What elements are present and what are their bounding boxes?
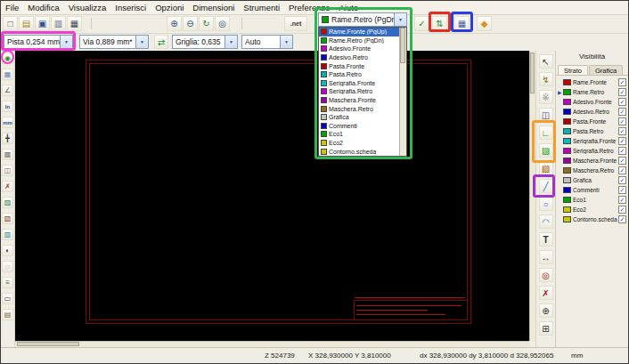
layer-option[interactable]: Serigrafia.Retro xyxy=(319,87,406,96)
layer-option[interactable]: Maschera.Fronte xyxy=(319,96,406,105)
menu-item[interactable]: File xyxy=(1,2,23,13)
zoom-redraw-icon[interactable]: ↻ xyxy=(199,16,214,31)
layer-row[interactable]: ▶ Maschera.Retro ✓ xyxy=(556,166,628,175)
outlines-sketch-icon[interactable]: ▭ xyxy=(2,293,13,304)
show-zones-icon[interactable]: ▨ xyxy=(2,197,13,208)
layer-row[interactable]: ▶ Eco2 ✓ xyxy=(556,205,628,214)
layer-visibility-checkbox[interactable]: ✓ xyxy=(618,137,626,145)
chevron-down-icon[interactable]: ▼ xyxy=(135,36,148,48)
layer-color-swatch[interactable] xyxy=(563,167,571,174)
add-arc-icon[interactable]: ◠ xyxy=(539,214,553,229)
layer-option[interactable]: Adesivo.Retro xyxy=(319,53,406,62)
highlight-net-icon[interactable]: ↯ xyxy=(539,72,553,86)
layer-row[interactable]: ▶ Pasta.Fronte ✓ xyxy=(556,117,628,126)
chevron-down-icon[interactable]: ▼ xyxy=(280,36,292,48)
auto-track-width-icon[interactable]: ⇄ xyxy=(154,35,168,49)
dropdown-scrollbar[interactable] xyxy=(399,28,406,156)
layer-selector[interactable]: Rame.Retro (PgDn) ▼ xyxy=(318,12,407,27)
layer-option[interactable]: Serigrafia.Fronte xyxy=(319,79,406,88)
layer-visibility-checkbox[interactable]: ✓ xyxy=(618,196,626,204)
high-contrast-icon[interactable]: ◐ xyxy=(2,245,13,256)
module-ratsnest-icon[interactable]: ◫ xyxy=(2,165,13,176)
scrollbar-thumb[interactable] xyxy=(17,342,79,346)
add-footprint-icon[interactable]: ◫ xyxy=(539,108,553,122)
zoom-out-icon[interactable]: ⊖ xyxy=(183,16,198,31)
tracks-sketch-icon[interactable]: ≡ xyxy=(2,277,13,288)
pcb-canvas[interactable] xyxy=(15,51,529,341)
layer-visibility-checkbox[interactable]: ✓ xyxy=(618,98,626,106)
layer-color-swatch[interactable] xyxy=(563,158,571,164)
zoom-in-icon[interactable]: ⊕ xyxy=(167,16,182,31)
new-board-icon[interactable]: □ xyxy=(3,16,18,31)
layer-row[interactable]: ▶ Maschera.Fronte ✓ xyxy=(556,156,628,166)
add-text-icon[interactable]: T xyxy=(539,232,553,247)
units-inch-icon[interactable]: In xyxy=(2,101,13,112)
zoom-fit-icon[interactable]: ◎ xyxy=(215,16,230,31)
layer-option[interactable]: Rame.Fronte (PgUp) xyxy=(319,28,406,36)
layer-visibility-checkbox[interactable]: ✓ xyxy=(618,215,626,223)
scrollbar-thumb[interactable] xyxy=(530,53,535,93)
layer-row[interactable]: ▶ Adesivo.Retro ✓ xyxy=(556,107,628,117)
layer-visibility-checkbox[interactable]: ✓ xyxy=(618,176,626,184)
layer-visibility-checkbox[interactable]: ✓ xyxy=(618,157,626,165)
microwave-tools-icon[interactable]: ◆ xyxy=(477,16,492,31)
add-keepout-icon[interactable]: ▧ xyxy=(539,161,553,175)
hide-zones-icon[interactable]: ▧ xyxy=(2,213,13,224)
layer-option[interactable]: Pasta.Fronte xyxy=(319,61,406,70)
layer-visibility-checkbox[interactable]: ✓ xyxy=(618,147,626,155)
layer-option[interactable]: Commenti xyxy=(319,122,406,131)
grid-visibility-icon[interactable]: ▦ xyxy=(2,69,13,80)
layers-manager-toggle-icon[interactable]: ▤ xyxy=(2,309,13,320)
layer-row[interactable]: ▶ Eco1 ✓ xyxy=(556,195,628,205)
layer-visibility-checkbox[interactable]: ✓ xyxy=(618,78,626,86)
canvas-vertical-scrollbar[interactable] xyxy=(529,51,535,341)
layer-color-swatch[interactable] xyxy=(563,109,571,115)
layer-row[interactable]: ▶ Commenti ✓ xyxy=(556,185,628,195)
layer-color-swatch[interactable] xyxy=(563,138,571,144)
layer-visibility-checkbox[interactable]: ✓ xyxy=(618,108,626,116)
print-icon[interactable]: ▦ xyxy=(67,16,82,31)
page-settings-icon[interactable]: ▥ xyxy=(51,16,66,31)
layer-visibility-checkbox[interactable]: ✓ xyxy=(618,166,626,174)
place-offset-origin-icon[interactable]: ⊕ xyxy=(539,303,553,318)
grid-origin-icon[interactable]: ⊞ xyxy=(539,321,553,336)
chevron-down-icon[interactable]: ▼ xyxy=(394,13,406,26)
layer-color-swatch[interactable] xyxy=(563,79,571,85)
layer-row[interactable]: ▶ Rame.Retro ✓ xyxy=(556,87,628,97)
layer-visibility-checkbox[interactable]: ✓ xyxy=(618,206,626,214)
menu-item[interactable]: Dimensioni xyxy=(188,2,239,13)
add-dimension-icon[interactable]: ↔ xyxy=(539,250,553,264)
layer-option[interactable]: Pasta.Retro xyxy=(319,70,406,79)
layer-row[interactable]: ▶ Serigrafia.Fronte ✓ xyxy=(556,136,628,146)
polar-coords-icon[interactable]: ∠ xyxy=(2,85,13,96)
open-board-icon[interactable]: ▤ xyxy=(19,16,34,31)
local-ratsnest-icon[interactable]: ※ xyxy=(539,90,553,104)
visibility-tab[interactable]: Grafica xyxy=(589,65,623,75)
visibility-tab[interactable]: Strato xyxy=(558,65,588,75)
layer-option[interactable]: Eco2 xyxy=(319,139,406,148)
layer-row[interactable]: ▶ Grafica ✓ xyxy=(556,175,628,185)
layer-visibility-checkbox[interactable]: ✓ xyxy=(618,117,626,125)
track-mode-icon[interactable]: ▦ xyxy=(454,16,470,31)
ratsnest-icon[interactable]: ▩ xyxy=(2,149,13,160)
menu-item[interactable]: Strumenti xyxy=(239,2,284,13)
add-target-icon[interactable]: ◎ xyxy=(539,268,553,282)
add-circle-icon[interactable]: ○ xyxy=(539,197,553,211)
zones-outline-icon[interactable]: ▥ xyxy=(2,229,13,240)
layer-visibility-checkbox[interactable]: ✓ xyxy=(618,127,626,135)
layer-row[interactable]: ▶ Adesivo.Fronte ✓ xyxy=(556,97,628,107)
netlist-button[interactable]: .net xyxy=(284,16,307,31)
chevron-down-icon[interactable]: ▼ xyxy=(60,36,72,48)
layer-option[interactable]: Rame.Retro (PgDn) xyxy=(319,36,406,45)
save-board-icon[interactable]: ▣ xyxy=(35,16,50,31)
chevron-down-icon[interactable]: ▼ xyxy=(225,36,237,48)
canvas-horizontal-scrollbar[interactable] xyxy=(15,341,529,347)
menu-item[interactable]: Inserisci xyxy=(110,2,151,13)
add-zone-icon[interactable]: ▨ xyxy=(539,143,553,158)
track-width-combo[interactable]: Pista 0,254 mm* ▼ xyxy=(4,35,73,49)
menu-item[interactable]: Modifica xyxy=(23,2,63,13)
units-mm-icon[interactable]: mm xyxy=(2,117,13,128)
layer-color-swatch[interactable] xyxy=(563,148,571,154)
layer-option[interactable]: Maschera.Retro xyxy=(319,104,406,113)
grid-size-combo[interactable]: Griglia: 0,635 ▼ xyxy=(172,35,238,49)
